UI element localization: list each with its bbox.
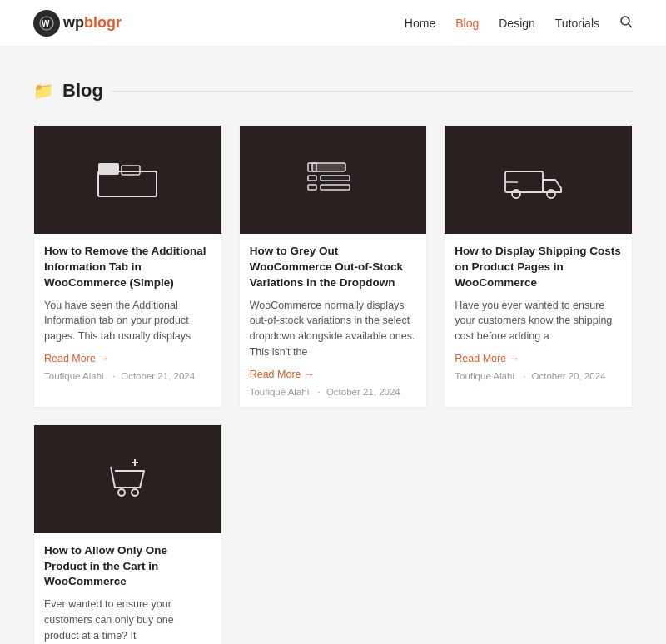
list-icon	[300, 155, 366, 205]
post-thumbnail-3	[445, 126, 632, 234]
logo[interactable]: W wpblogr	[33, 10, 122, 37]
svg-point-15	[512, 190, 520, 198]
read-more-1[interactable]: Read More →	[44, 353, 109, 364]
post-body-3: How to Display Shipping Costs on Product…	[445, 234, 632, 391]
post-title-4: How to Allow Only One Product in the Car…	[44, 543, 211, 591]
svg-text:W: W	[42, 19, 50, 28]
logo-text: wpblogr	[63, 14, 122, 32]
search-icon	[619, 15, 633, 28]
truck-icon	[501, 155, 576, 205]
svg-point-18	[118, 489, 125, 496]
read-more-3[interactable]: Read More →	[455, 353, 519, 364]
main-nav: Home Blog Design Tutorials	[405, 15, 633, 32]
site-header: W wpblogr Home Blog Design Tutorials	[0, 0, 666, 47]
post-body-4: How to Allow Only One Product in the Car…	[34, 533, 221, 644]
svg-rect-5	[98, 163, 119, 175]
post-date-2: October 21, 2024	[326, 387, 400, 397]
svg-rect-8	[312, 163, 345, 171]
post-meta-3: Toufique Alahi · October 20, 2024	[455, 371, 622, 381]
posts-grid-top: How to Remove the Additional Information…	[33, 125, 633, 408]
nav-blog[interactable]: Blog	[455, 17, 479, 30]
post-date-3: October 20, 2024	[532, 371, 606, 381]
svg-rect-11	[321, 176, 350, 181]
svg-rect-10	[308, 176, 316, 181]
post-body-2: How to Grey Out WooCommerce Out-of-Stock…	[240, 234, 427, 407]
nav-design[interactable]: Design	[499, 17, 535, 30]
post-excerpt-3: Have you ever wanted to ensure your cust…	[455, 298, 622, 344]
post-title-3: How to Display Shipping Costs on Product…	[455, 244, 622, 291]
posts-grid-bottom: How to Allow Only One Product in the Car…	[33, 424, 633, 644]
blog-heading: 📁 Blog	[33, 80, 633, 102]
post-author-2: Toufique Alahi	[250, 387, 310, 397]
main-content: 📁 Blog How to Remove the Additional Info…	[17, 47, 649, 644]
search-button[interactable]	[619, 15, 633, 32]
post-title-1: How to Remove the Additional Information…	[44, 244, 211, 291]
read-more-2[interactable]: Read More →	[250, 369, 315, 380]
svg-point-19	[132, 489, 138, 496]
post-meta-1: Toufique Alahi · October 21, 2024	[44, 371, 211, 381]
post-thumbnail-2	[240, 126, 427, 234]
logo-icon: W	[33, 10, 60, 37]
post-excerpt-2: WooCommerce normally displays out-of-sto…	[250, 298, 417, 360]
post-body-1: How to Remove the Additional Information…	[34, 234, 221, 391]
heading-divider	[112, 91, 633, 92]
post-author-3: Toufique Alahi	[455, 371, 514, 381]
post-card-3: How to Display Shipping Costs on Product…	[444, 125, 633, 408]
post-date-1: October 21, 2024	[121, 371, 195, 381]
post-excerpt-1: You have seen the Additional Information…	[44, 298, 211, 344]
folder-icon: 📁	[33, 81, 54, 101]
svg-rect-12	[308, 185, 316, 190]
post-card-4: How to Allow Only One Product in the Car…	[33, 424, 222, 644]
svg-rect-13	[321, 185, 350, 190]
post-thumbnail-4	[34, 425, 221, 533]
post-card-2: How to Grey Out WooCommerce Out-of-Stock…	[239, 125, 428, 408]
svg-point-16	[547, 190, 555, 198]
post-title-2: How to Grey Out WooCommerce Out-of-Stock…	[250, 244, 417, 291]
nav-home[interactable]: Home	[405, 17, 435, 30]
svg-line-3	[629, 24, 632, 27]
nav-tutorials[interactable]: Tutorials	[555, 17, 599, 30]
page-title: Blog	[62, 80, 103, 102]
post-author-1: Toufique Alahi	[44, 371, 104, 381]
tab-icon	[94, 155, 161, 205]
post-excerpt-4: Ever wanted to ensure your customers can…	[44, 597, 211, 643]
post-card-1: How to Remove the Additional Information…	[33, 125, 222, 408]
post-thumbnail-1	[34, 126, 221, 234]
svg-rect-6	[122, 166, 140, 175]
post-meta-2: Toufique Alahi · October 21, 2024	[250, 387, 417, 397]
svg-point-2	[621, 17, 629, 25]
cart-icon	[98, 450, 157, 508]
